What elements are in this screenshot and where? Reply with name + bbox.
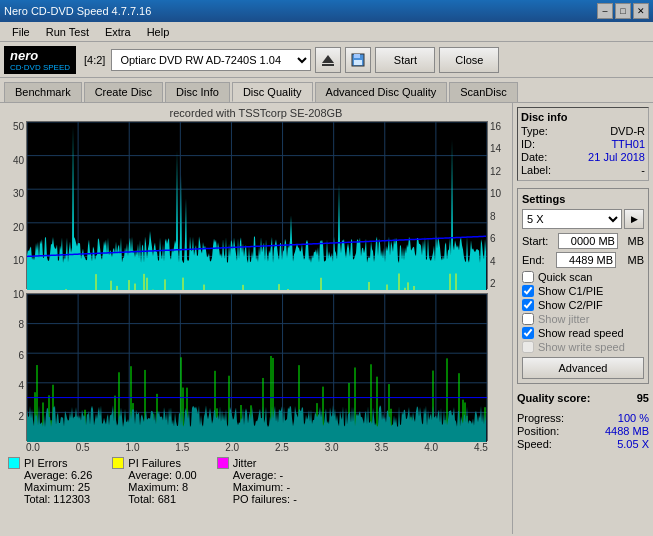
start-input[interactable] [558, 233, 618, 249]
settings-section: Settings 5 X ▶ Start: MB End: MB Quick s… [517, 188, 649, 384]
jitter-po: - [293, 493, 297, 505]
legend-pi-errors: PI Errors Average: 6.26 Maximum: 25 Tota… [8, 457, 92, 505]
quick-scan-checkbox[interactable] [522, 271, 534, 283]
logo-text: nero [10, 48, 38, 63]
end-input-row: End: MB [522, 252, 644, 268]
pi-errors-color [8, 457, 20, 469]
pi-failures-total: 681 [158, 493, 176, 505]
pi-errors-label: PI Errors [24, 457, 67, 469]
tab-disc-quality[interactable]: Disc Quality [232, 82, 313, 102]
speed-select[interactable]: 5 X [522, 209, 622, 229]
disc-label-val: - [641, 164, 645, 176]
menu-extra[interactable]: Extra [97, 24, 139, 40]
chart-bottom [26, 293, 488, 441]
id-val: TTH01 [611, 138, 645, 150]
show-write-speed-row: Show write speed [522, 341, 644, 353]
quality-score-row: Quality score: 95 [517, 392, 649, 404]
svg-rect-1 [322, 64, 334, 66]
show-jitter-checkbox[interactable] [522, 313, 534, 325]
show-read-speed-checkbox[interactable] [522, 327, 534, 339]
pi-errors-max: 25 [78, 481, 90, 493]
start-mb-label: MB [627, 235, 644, 247]
legend-jitter: Jitter Average: - Maximum: - PO failures… [217, 457, 297, 505]
main-content: recorded with TSSTcorp SE-208GB 50403020… [0, 102, 653, 534]
speed-label: Speed: [517, 438, 552, 450]
show-write-speed-checkbox[interactable] [522, 341, 534, 353]
y-axis-left-top: 5040302010 [4, 121, 26, 289]
drive-select[interactable]: Optiarc DVD RW AD-7240S 1.04 [111, 49, 311, 71]
disc-label-label: Label: [521, 164, 551, 176]
legend-pi-failures: PI Failures Average: 0.00 Maximum: 8 Tot… [112, 457, 196, 505]
show-read-speed-row: Show read speed [522, 327, 644, 339]
progress-val: 100 % [618, 412, 649, 424]
show-jitter-row: Show jitter [522, 313, 644, 325]
end-label: End: [522, 254, 545, 266]
tab-disc-info[interactable]: Disc Info [165, 82, 230, 102]
speed-val: 5.05 X [617, 438, 649, 450]
chart-title: recorded with TSSTcorp SE-208GB [4, 107, 508, 119]
tab-advanced-disc-quality[interactable]: Advanced Disc Quality [315, 82, 448, 102]
date-val: 21 Jul 2018 [588, 151, 645, 163]
pi-errors-avg: 6.26 [71, 469, 92, 481]
titlebar-title: Nero CD-DVD Speed 4.7.7.16 [4, 5, 151, 17]
y-axis-right-top: 161412108642 [488, 121, 508, 289]
show-read-speed-label: Show read speed [538, 327, 624, 339]
advanced-button[interactable]: Advanced [522, 357, 644, 379]
toolbar: nero CD·DVD SPEED [4:2] Optiarc DVD RW A… [0, 42, 653, 78]
disc-info-section: Disc info Type: DVD-R ID: TTH01 Date: 21… [517, 107, 649, 181]
end-mb-label: MB [627, 254, 644, 266]
progress-label: Progress: [517, 412, 564, 424]
app-title: Nero CD-DVD Speed 4.7.7.16 [4, 5, 151, 17]
tab-benchmark[interactable]: Benchmark [4, 82, 82, 102]
show-write-speed-label: Show write speed [538, 341, 625, 353]
y-axis-right-bottom [488, 289, 508, 441]
pi-failures-label: PI Failures [128, 457, 181, 469]
position-val: 4488 MB [605, 425, 649, 437]
legend: PI Errors Average: 6.26 Maximum: 25 Tota… [4, 453, 508, 509]
chart-area: recorded with TSSTcorp SE-208GB 50403020… [0, 103, 512, 534]
end-input[interactable] [556, 252, 616, 268]
quick-scan-row: Quick scan [522, 271, 644, 283]
show-c2pif-checkbox[interactable] [522, 299, 534, 311]
show-c1pie-checkbox[interactable] [522, 285, 534, 297]
svg-rect-3 [354, 54, 360, 58]
speed-refresh-button[interactable]: ▶ [624, 209, 644, 229]
svg-marker-0 [322, 55, 334, 63]
start-button[interactable]: Start [375, 47, 435, 73]
eject-icon-button[interactable] [315, 47, 341, 73]
position-label: Position: [517, 425, 559, 437]
drive-label: [4:2] [84, 54, 105, 66]
jitter-avg: - [280, 469, 284, 481]
tab-scan-disc[interactable]: ScanDisc [449, 82, 517, 102]
show-jitter-label: Show jitter [538, 313, 589, 325]
minimize-button[interactable]: – [597, 3, 613, 19]
y-axis-left-bottom: 108642 [4, 289, 26, 441]
disc-info-title: Disc info [521, 111, 645, 123]
menu-file[interactable]: File [4, 24, 38, 40]
jitter-label: Jitter [233, 457, 257, 469]
speed-row: 5 X ▶ [522, 209, 644, 229]
show-c2pif-row: Show C2/PIF [522, 299, 644, 311]
tab-create-disc[interactable]: Create Disc [84, 82, 163, 102]
close-button[interactable]: ✕ [633, 3, 649, 19]
id-label: ID: [521, 138, 535, 150]
show-c2pif-label: Show C2/PIF [538, 299, 603, 311]
quick-scan-label: Quick scan [538, 271, 592, 283]
save-icon-button[interactable] [345, 47, 371, 73]
pi-failures-max: 8 [182, 481, 188, 493]
quality-val: 95 [637, 392, 649, 404]
maximize-button[interactable]: □ [615, 3, 631, 19]
menu-run-test[interactable]: Run Test [38, 24, 97, 40]
type-val: DVD-R [610, 125, 645, 137]
menubar: File Run Test Extra Help [0, 22, 653, 42]
titlebar-buttons: – □ ✕ [597, 3, 649, 19]
pi-errors-total: 112303 [53, 493, 90, 505]
progress-section: Progress: 100 % Position: 4488 MB Speed:… [517, 412, 649, 451]
menu-help[interactable]: Help [139, 24, 178, 40]
titlebar: Nero CD-DVD Speed 4.7.7.16 – □ ✕ [0, 0, 653, 22]
start-label: Start: [522, 235, 548, 247]
pi-failures-color [112, 457, 124, 469]
close-btn[interactable]: Close [439, 47, 499, 73]
settings-title: Settings [522, 193, 644, 205]
quality-label: Quality score: [517, 392, 590, 404]
